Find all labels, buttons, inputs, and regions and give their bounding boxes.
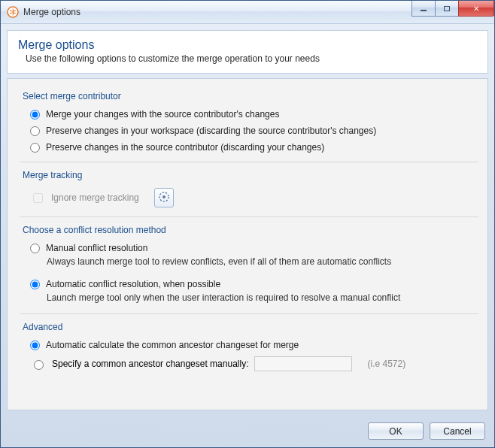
minimize-button[interactable]	[411, 1, 436, 17]
tracking-info-button[interactable]	[154, 188, 174, 207]
close-button[interactable]: ✕	[458, 1, 494, 17]
tracking-icon	[158, 191, 170, 205]
manual-conflict-desc: Always launch merge tool to review confl…	[23, 256, 475, 271]
radio-manual-ancestor-input[interactable]	[34, 360, 44, 370]
radio-preserve-workspace[interactable]: Preserve changes in your workspace (disc…	[23, 123, 475, 139]
ok-button[interactable]: OK	[368, 422, 424, 440]
close-icon: ✕	[473, 5, 479, 13]
radio-merge-changes-label: Merge your changes with the source contr…	[46, 109, 279, 120]
ignore-tracking-checkbox	[33, 193, 43, 203]
divider	[20, 313, 478, 314]
header-panel: Merge options Use the following options …	[7, 30, 488, 74]
svg-point-0	[8, 7, 18, 17]
auto-conflict-desc: Launch merge tool only when the user int…	[23, 292, 475, 307]
radio-manual-conflict-label: Manual conflict resolution	[46, 243, 147, 253]
radio-auto-ancestor-label: Automatic calculate the common ancestor …	[46, 340, 299, 350]
radio-merge-changes[interactable]: Merge your changes with the source contr…	[23, 106, 475, 123]
page-title: Merge options	[18, 38, 477, 52]
group-title-tracking: Merge tracking	[23, 165, 475, 185]
radio-preserve-workspace-input[interactable]	[30, 126, 40, 136]
ancestor-changeset-input[interactable]	[254, 356, 352, 371]
merge-options-window: Merge options ✕ Merge options Use the fo…	[0, 0, 495, 448]
group-title-contributor: Select merge contributor	[23, 86, 475, 106]
divider	[20, 162, 478, 162]
page-subtitle: Use the following options to customize t…	[18, 53, 477, 64]
divider	[20, 216, 478, 217]
ancestor-hint: (i.e 4572)	[367, 359, 405, 369]
radio-auto-ancestor[interactable]: Automatic calculate the common ancestor …	[23, 337, 475, 353]
radio-manual-conflict[interactable]: Manual conflict resolution	[23, 240, 475, 256]
radio-preserve-workspace-label: Preserve changes in your workspace (disc…	[46, 126, 376, 136]
ignore-tracking-row: Ignore merge tracking	[23, 185, 475, 210]
svg-point-2	[162, 195, 166, 198]
app-icon	[7, 6, 19, 18]
radio-auto-conflict-input[interactable]	[30, 280, 40, 289]
body-panel: Select merge contributor Merge your chan…	[7, 78, 488, 410]
titlebar: Merge options ✕	[1, 1, 494, 24]
window-title: Merge options	[23, 7, 80, 17]
radio-preserve-source[interactable]: Preserve changes in the source contribut…	[23, 139, 475, 156]
dialog-footer: OK Cancel	[1, 416, 494, 447]
maximize-button[interactable]	[435, 1, 459, 17]
window-buttons: ✕	[412, 1, 494, 16]
radio-preserve-source-input[interactable]	[30, 143, 40, 153]
radio-manual-ancestor[interactable]: Specify a common ancestor changeset manu…	[23, 353, 475, 374]
radio-auto-ancestor-input[interactable]	[30, 341, 40, 350]
group-title-conflict: Choose a conflict resolution method	[23, 220, 475, 240]
radio-preserve-source-label: Preserve changes in the source contribut…	[46, 142, 324, 153]
radio-manual-conflict-input[interactable]	[30, 244, 40, 253]
ignore-tracking-label: Ignore merge tracking	[51, 192, 139, 203]
radio-manual-ancestor-label: Specify a common ancestor changeset manu…	[52, 359, 248, 369]
radio-auto-conflict[interactable]: Automatic conflict resolution, when poss…	[23, 276, 475, 292]
radio-merge-changes-input[interactable]	[30, 110, 40, 120]
radio-auto-conflict-label: Automatic conflict resolution, when poss…	[46, 279, 220, 289]
group-title-advanced: Advanced	[23, 317, 475, 337]
cancel-button[interactable]: Cancel	[430, 422, 485, 440]
